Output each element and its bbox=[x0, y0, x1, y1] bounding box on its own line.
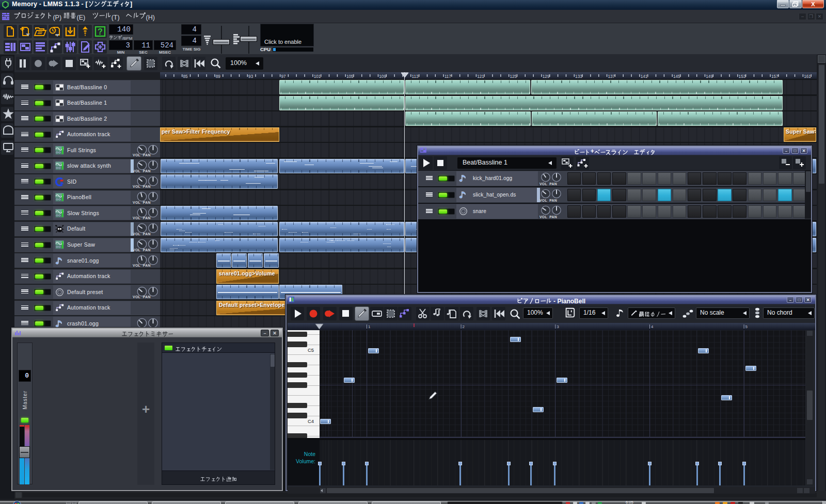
svg-text:1: 1 bbox=[368, 324, 371, 329]
svg-text:153: 153 bbox=[739, 74, 746, 79]
svg-text:149: 149 bbox=[706, 74, 713, 79]
svg-text:3: 3 bbox=[557, 324, 559, 329]
svg-text:4: 4 bbox=[651, 324, 654, 329]
svg-text:161: 161 bbox=[804, 74, 811, 79]
svg-text:117: 117 bbox=[444, 74, 451, 79]
svg-text:113: 113 bbox=[412, 74, 419, 79]
svg-text:109: 109 bbox=[379, 74, 386, 79]
svg-text:137: 137 bbox=[608, 74, 615, 79]
svg-text:133: 133 bbox=[575, 74, 582, 79]
svg-text:125: 125 bbox=[510, 74, 517, 79]
svg-text:2: 2 bbox=[463, 324, 465, 329]
svg-text:97: 97 bbox=[281, 74, 286, 79]
svg-text:145: 145 bbox=[673, 74, 680, 79]
svg-text:141: 141 bbox=[641, 74, 648, 79]
svg-text:105: 105 bbox=[346, 74, 354, 79]
svg-text:93: 93 bbox=[248, 74, 253, 79]
svg-text:121: 121 bbox=[477, 74, 484, 79]
svg-text:?: ? bbox=[98, 27, 103, 36]
svg-text:5: 5 bbox=[745, 324, 748, 329]
svg-text:157: 157 bbox=[771, 74, 779, 79]
svg-text:129: 129 bbox=[543, 74, 550, 79]
svg-text:101: 101 bbox=[314, 74, 321, 79]
svg-text:85: 85 bbox=[183, 74, 188, 79]
svg-text:89: 89 bbox=[216, 74, 221, 79]
